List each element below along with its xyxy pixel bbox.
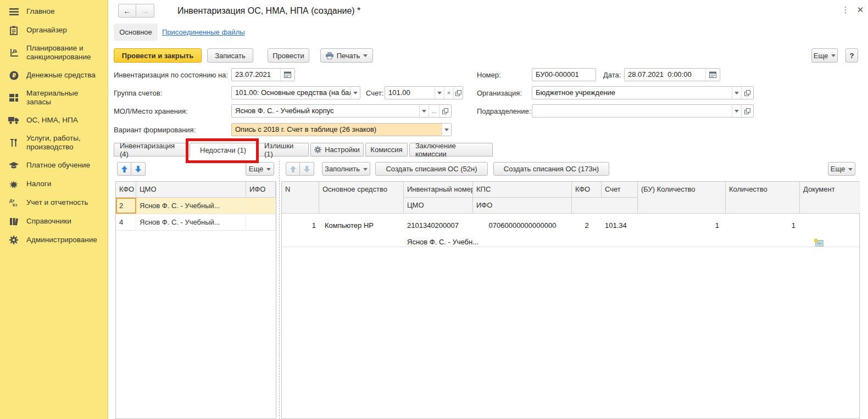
cell-cmo[interactable]: Яснов Ф. С. - Учебн...	[404, 234, 558, 246]
calendar-icon[interactable]	[280, 69, 294, 81]
column-header-ifo[interactable]: ИФО	[473, 198, 572, 214]
close-icon[interactable]: ✕	[855, 3, 865, 16]
sidebar-item-education[interactable]: Платное обучение	[0, 156, 108, 175]
cell-ifo[interactable]	[246, 198, 276, 214]
account-group-value[interactable]: 101.00: Основные средства (на бал	[232, 87, 350, 99]
cell-cmo[interactable]: Яснов Ф. С. - Учебный...	[136, 198, 246, 214]
print-button[interactable]: Печать	[320, 48, 373, 63]
sidebar-item-taxes[interactable]: Налоги	[0, 175, 108, 193]
chevron-down-icon[interactable]	[732, 87, 741, 99]
cell-ifo[interactable]	[246, 214, 276, 230]
open-icon[interactable]	[439, 105, 451, 117]
fill-button[interactable]: Заполнить	[322, 162, 370, 176]
right-more-button[interactable]: Еще	[828, 162, 855, 176]
column-header-account[interactable]: Счет	[602, 182, 638, 198]
post-and-close-button[interactable]: Провести и закрыть	[114, 48, 202, 63]
column-header-inventory-number[interactable]: Инвентарный номер	[404, 182, 473, 198]
column-header-kfo[interactable]: КФО	[116, 182, 136, 197]
department-field[interactable]	[532, 104, 754, 118]
tab-surpluses[interactable]: Излишки (1)	[258, 143, 309, 157]
column-header-cmo[interactable]: ЦМО	[136, 182, 246, 197]
sidebar-item-organizer[interactable]: Органайзер	[0, 21, 108, 40]
calendar-icon[interactable]	[705, 69, 720, 81]
more-menu-icon[interactable]: ⋮	[841, 3, 850, 16]
sidebar-item-inventory[interactable]: Материальные запасы	[0, 85, 108, 111]
cell-bu-quantity[interactable]: 1	[638, 217, 726, 230]
chevron-down-icon[interactable]	[732, 105, 741, 117]
create-writeoff-173n-button[interactable]: Создать списания ОС (173н)	[493, 162, 609, 176]
attachments-link[interactable]: Присоединенные файлы	[162, 28, 245, 36]
more-button-top[interactable]: Еще	[811, 48, 838, 63]
sidebar-item-references[interactable]: Справочники	[0, 212, 108, 231]
tab-inventory[interactable]: Инвентаризация (4)	[114, 143, 187, 157]
inventory-date-value[interactable]: 23.07.2021	[232, 69, 280, 81]
tab-settings[interactable]: Настройки	[310, 143, 364, 157]
column-header-bu-quantity[interactable]: (БУ) Количество	[638, 182, 726, 214]
open-icon[interactable]	[741, 87, 753, 99]
sidebar-item-money[interactable]: ₽ Денежные средства	[0, 66, 108, 85]
open-icon[interactable]	[741, 105, 753, 117]
tab-conclusion[interactable]: Заключение комиссии	[409, 143, 493, 157]
number-field[interactable]: БУ00-000001	[532, 68, 596, 81]
number-value[interactable]: БУ00-000001	[532, 69, 596, 81]
inventory-date-field[interactable]: 23.07.2021	[231, 68, 295, 81]
chevron-down-icon[interactable]	[435, 87, 444, 99]
mol-field[interactable]: Яснов Ф. С. - Учебный корпус ...	[231, 104, 452, 118]
tab-commission[interactable]: Комиссия	[365, 143, 408, 157]
sidebar-item-main[interactable]: Главное	[0, 2, 108, 21]
cell-inventory-number[interactable]: 2101340200007	[404, 217, 473, 230]
cell-asset[interactable]: Компьютер HP	[319, 217, 404, 230]
sidebar-item-planning[interactable]: ₽ Планирование и санкционирование	[0, 40, 108, 66]
sidebar-item-accounting[interactable]: ДтКт Учет и отчетность	[0, 193, 108, 212]
cell-kfo[interactable]: 2	[572, 217, 602, 230]
table-row[interactable]: 2 Яснов Ф. С. - Учебный...	[116, 198, 276, 214]
clear-icon[interactable]: ×	[444, 87, 453, 99]
chevron-down-icon[interactable]	[419, 105, 429, 117]
move-down-button-disabled[interactable]	[300, 162, 314, 176]
ellipsis-icon[interactable]: ...	[429, 105, 439, 117]
mol-value[interactable]: Яснов Ф. С. - Учебный корпус	[232, 105, 419, 117]
move-up-button[interactable]	[117, 162, 131, 176]
open-icon[interactable]	[453, 87, 463, 99]
back-button[interactable]: ←	[118, 4, 136, 18]
cell-kfo[interactable]: 2	[116, 198, 136, 214]
column-header-kfo[interactable]: КФО	[572, 182, 602, 198]
cell-n[interactable]: 1	[282, 217, 319, 230]
organization-value[interactable]: Бюджетное учреждение	[532, 87, 732, 99]
column-header-n[interactable]: N	[282, 182, 319, 214]
organization-field[interactable]: Бюджетное учреждение	[532, 86, 754, 99]
help-button[interactable]: ?	[845, 48, 858, 63]
sidebar-item-administration[interactable]: Администрирование	[0, 231, 108, 249]
cell-kps[interactable]: 07060000000000000	[473, 217, 572, 230]
column-header-document[interactable]: Документ	[800, 182, 860, 214]
department-value[interactable]	[532, 105, 732, 117]
cell-kfo[interactable]: 4	[116, 214, 136, 230]
variant-value[interactable]: Опись с 2018 г. Счет в таблице (26 знако…	[232, 124, 442, 136]
column-header-quantity[interactable]: Количество	[726, 182, 800, 214]
column-header-kps[interactable]: КПС	[473, 182, 572, 198]
move-down-button[interactable]	[131, 162, 146, 176]
variant-field[interactable]: Опись с 2018 г. Счет в таблице (26 знако…	[231, 123, 452, 136]
cell-account[interactable]: 101.34	[602, 217, 638, 230]
column-header-asset[interactable]: Основное средство	[319, 182, 404, 214]
move-up-button-disabled[interactable]	[286, 162, 300, 176]
cell-quantity[interactable]: 1	[726, 217, 800, 230]
post-button[interactable]: Провести	[268, 48, 309, 63]
account-value[interactable]: 101.00	[385, 87, 435, 99]
account-field[interactable]: 101.00 ×	[385, 86, 463, 99]
sidebar-item-services[interactable]: Услуги, работы, производство	[0, 130, 108, 156]
sidebar-item-os[interactable]: ОС, НМА, НПА	[0, 111, 108, 130]
account-group-field[interactable]: 101.00: Основные средства (на бал	[231, 86, 360, 99]
chevron-down-icon[interactable]	[442, 124, 451, 136]
cell-cmo[interactable]: Яснов Ф. С. - Учебный...	[136, 214, 246, 230]
date-value[interactable]: 28.07.2021 0:00:00	[625, 69, 705, 81]
save-button[interactable]: Записать	[207, 48, 253, 63]
forward-button[interactable]: →	[136, 4, 154, 18]
panel-splitter[interactable]	[279, 161, 280, 419]
create-writeoff-52n-button[interactable]: Создать списания ОС (52н)	[375, 162, 488, 176]
column-header-cmo[interactable]: ЦМО	[404, 198, 473, 214]
tab-shortages[interactable]: Недостачи (1)	[190, 143, 257, 158]
chevron-down-icon[interactable]	[350, 87, 360, 99]
tab-main[interactable]: Основное	[114, 24, 158, 41]
table-row[interactable]: 4 Яснов Ф. С. - Учебный...	[116, 214, 276, 231]
